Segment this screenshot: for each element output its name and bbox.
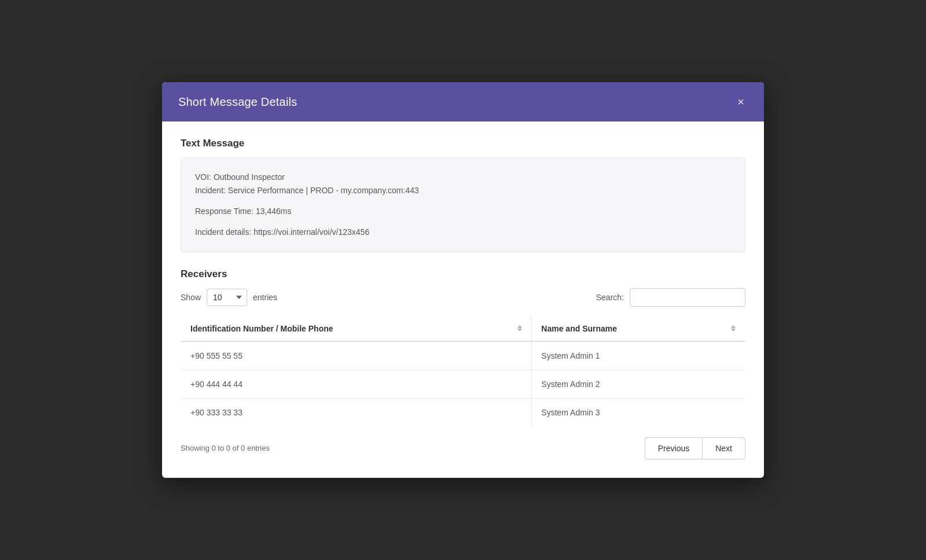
cell-phone: +90 555 55 55	[181, 341, 532, 370]
cell-name: System Admin 1	[532, 341, 745, 370]
col-header-phone-label: Identification Number / Mobile Phone	[190, 324, 333, 333]
search-area: Search:	[596, 288, 745, 307]
message-line-2: Incident: Service Performance | PROD - m…	[195, 184, 731, 197]
show-entries-control: Show 10 25 50 100 entries	[181, 289, 277, 306]
table-row: +90 555 55 55System Admin 1	[181, 341, 745, 370]
modal-title: Short Message Details	[178, 95, 297, 109]
receivers-table: Identification Number / Mobile Phone N	[181, 316, 745, 427]
message-spacer-2	[195, 218, 731, 226]
receivers-section: Receivers Show 10 25 50 100 entries	[181, 268, 745, 459]
col-header-phone[interactable]: Identification Number / Mobile Phone	[181, 316, 532, 341]
showing-text: Showing 0 to 0 of 0 entries	[181, 444, 270, 452]
pagination: Previous Next	[645, 437, 745, 459]
sort-icon-name	[731, 325, 736, 331]
message-line-4: Incident details: https://voi.internal/v…	[195, 226, 731, 238]
col-header-name-label: Name and Surname	[541, 324, 617, 333]
text-message-section: Text Message VOI: Outbound Inspector Inc…	[181, 138, 745, 252]
cell-name: System Admin 2	[532, 370, 745, 398]
entries-select[interactable]: 10 25 50 100	[207, 289, 247, 306]
receivers-title: Receivers	[181, 268, 745, 280]
close-button[interactable]: ×	[734, 95, 748, 109]
cell-phone: +90 333 33 33	[181, 398, 532, 426]
modal-dialog: Short Message Details × Text Message VOI…	[162, 82, 764, 478]
cell-phone: +90 444 44 44	[181, 370, 532, 398]
sort-icon-phone	[517, 325, 522, 331]
table-row: +90 333 33 33System Admin 3	[181, 398, 745, 426]
next-button[interactable]: Next	[702, 437, 745, 459]
message-line-3: Response Time: 13,446ms	[195, 205, 731, 218]
message-spacer	[195, 197, 731, 205]
table-row: +90 444 44 44System Admin 2	[181, 370, 745, 398]
search-label: Search:	[596, 293, 624, 302]
show-label: Show	[181, 293, 201, 302]
entries-label: entries	[253, 293, 277, 302]
modal-header: Short Message Details ×	[162, 82, 764, 121]
message-box: VOI: Outbound Inspector Incident: Servic…	[181, 157, 745, 252]
previous-button[interactable]: Previous	[645, 437, 702, 459]
modal-overlay: Short Message Details × Text Message VOI…	[0, 0, 926, 560]
col-header-name[interactable]: Name and Surname	[532, 316, 745, 341]
search-input[interactable]	[630, 288, 745, 307]
receivers-controls: Show 10 25 50 100 entries Search:	[181, 288, 745, 307]
modal-body: Text Message VOI: Outbound Inspector Inc…	[162, 121, 764, 478]
table-footer: Showing 0 to 0 of 0 entries Previous Nex…	[181, 437, 745, 459]
cell-name: System Admin 3	[532, 398, 745, 426]
message-line-1: VOI: Outbound Inspector	[195, 171, 731, 183]
table-header-row: Identification Number / Mobile Phone N	[181, 316, 745, 341]
text-message-title: Text Message	[181, 138, 745, 149]
